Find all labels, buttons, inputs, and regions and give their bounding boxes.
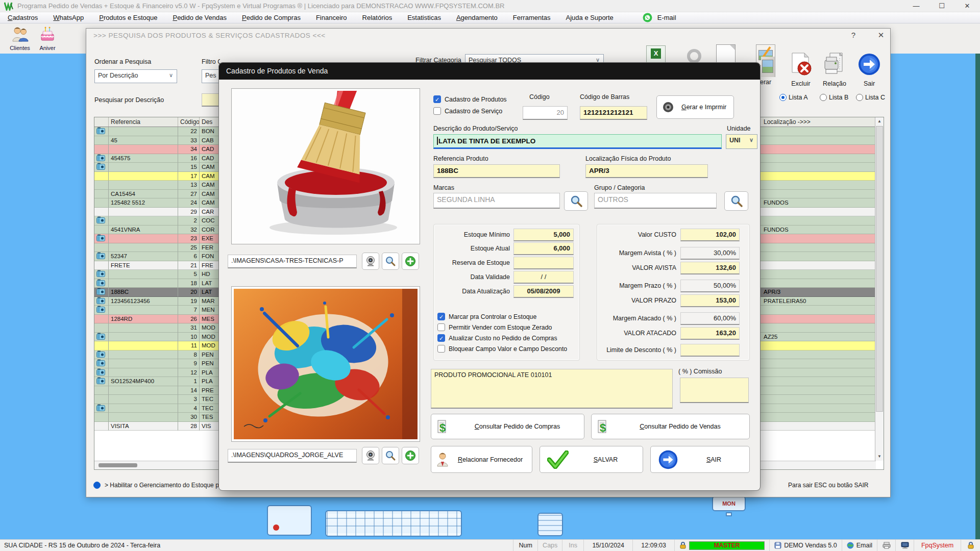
vertical-scrollbar[interactable]: ▲ ▼ xyxy=(875,117,884,461)
radio-icon xyxy=(93,482,101,489)
field-data-atualizacao[interactable]: 05/08/2009 xyxy=(513,285,574,298)
checkbox-marcar-pra-controlar-o-estoque[interactable]: ✓Marcar pra Controlar o Estoque xyxy=(437,313,536,320)
whatsapp-icon[interactable] xyxy=(643,13,652,22)
col-referencia[interactable]: Referencia xyxy=(109,117,178,127)
scrollbar-thumb[interactable] xyxy=(99,463,137,467)
localizacao-cell xyxy=(758,216,876,226)
ordenar-select[interactable]: Por Descrição∨ xyxy=(94,69,177,83)
codigo-barras-field[interactable]: 1212121212121 xyxy=(580,106,647,120)
referencia-field[interactable]: 188BC xyxy=(433,164,560,178)
field-reserva-de-estoque[interactable] xyxy=(513,257,574,269)
excluir-button[interactable]: Excluir xyxy=(787,52,815,87)
checkbox-atualizar-custo-no-pedido-de-compras[interactable]: ✓Atualizar Custo no Pedido de Compras xyxy=(437,334,557,342)
relacao-button[interactable]: Relação xyxy=(820,52,849,87)
field-valor-custo[interactable]: 102,00 xyxy=(680,229,740,241)
webcam-button[interactable] xyxy=(362,253,379,270)
field-margem-avista[interactable]: 30,00% xyxy=(680,247,740,260)
unidade-label: Unidade xyxy=(727,125,751,132)
scroll-up-icon[interactable]: ▲ xyxy=(875,117,884,126)
checkbox-bloquear-campo-valor-e-campo-desconto[interactable]: Bloquear Campo Valor e Campo Desconto xyxy=(437,345,567,353)
lista-b-radio[interactable]: Lista B xyxy=(820,94,848,101)
gerar-imprimir-button[interactable]: Gerar e Imprmir xyxy=(656,95,734,119)
field-valor-atacado[interactable]: 163,20 xyxy=(680,327,740,340)
scroll-down-icon[interactable]: ▼ xyxy=(875,453,884,461)
help-icon[interactable]: ? xyxy=(848,31,859,39)
field-data-validade[interactable]: / / xyxy=(513,271,574,284)
menu-item-pedido-de-vendas[interactable]: Pedido de Vendas xyxy=(165,14,234,21)
menu-item-ajuda-e-suporte[interactable]: Ajuda e Suporte xyxy=(558,14,621,21)
camera-cell xyxy=(94,297,109,306)
zoom-image-button[interactable] xyxy=(382,253,399,270)
status-network[interactable] xyxy=(895,540,914,551)
paint-splash-image xyxy=(234,289,418,439)
lista-a-radio[interactable]: Lista A xyxy=(779,94,808,101)
promo-textarea[interactable]: PRODUTO PROMOCIONAL ATE 010101 xyxy=(431,369,673,409)
field-valor-prazo[interactable]: 153,00 xyxy=(680,294,740,307)
menu-item-agendamento[interactable]: Agendamento xyxy=(449,14,505,21)
aniver-button[interactable]: Aniver xyxy=(34,26,61,53)
lista-c-radio[interactable]: Lista C xyxy=(856,94,885,101)
menu-item-estatisticas[interactable]: Estatisticas xyxy=(400,14,449,21)
image1-path-input[interactable]: .\IMAGENS\CASA-TRES-TECNICAS-P xyxy=(228,255,357,268)
barcode-print-icon xyxy=(662,101,674,113)
menu-item-relatorios[interactable]: Relatórios xyxy=(355,14,400,21)
menu-item-produtos-e-estoque[interactable]: Produtos e Estoque xyxy=(91,14,165,21)
marcas-field[interactable]: SEGUNDA LINHA xyxy=(433,193,560,209)
marcas-search-button[interactable] xyxy=(564,191,588,211)
sair-dialog-button[interactable]: SAIR xyxy=(650,446,750,473)
localizacao-field[interactable]: APR/3 xyxy=(585,164,708,178)
add-image-button[interactable] xyxy=(402,447,419,464)
relacionar-fornecedor-button[interactable]: Relacionar Fornecedor xyxy=(431,446,532,473)
status-printer[interactable] xyxy=(877,540,895,551)
grupo-search-button[interactable] xyxy=(724,191,748,211)
comissao-label: ( % ) Comissão xyxy=(678,368,722,375)
webcam-button[interactable] xyxy=(362,447,379,464)
grupo-field[interactable]: OUTROS xyxy=(594,193,717,209)
field-estoque-atual[interactable]: 6,000 xyxy=(513,242,574,255)
field-margem-atacado[interactable]: 60,00% xyxy=(680,312,740,325)
scrollbar-thumb[interactable] xyxy=(876,126,883,412)
status-email[interactable]: Email xyxy=(842,540,877,551)
salvar-button[interactable]: SALVAR xyxy=(540,446,643,473)
field-limite-de-desconto[interactable] xyxy=(680,344,740,357)
field-estoque-minimo[interactable]: 5,000 xyxy=(513,229,574,241)
comissao-field[interactable] xyxy=(680,378,749,403)
menu-item-pedido-de-compras[interactable]: Pedido de Compras xyxy=(234,14,308,21)
descricao-field[interactable]: LATA DE TINTA DE EXEMPLO xyxy=(433,134,722,149)
menu-item-ferramentas[interactable]: Ferramentas xyxy=(505,14,558,21)
field-valor-avista[interactable]: 132,60 xyxy=(680,262,740,274)
menu-item-whatsapp[interactable]: WhatsApp xyxy=(45,14,91,21)
image2-path-input[interactable]: .\IMAGENS\QUADROS_JORGE_ALVE xyxy=(228,449,357,463)
sair-label: Sair xyxy=(855,80,884,87)
sair-button[interactable]: Sair xyxy=(855,52,884,87)
field-margem-prazo[interactable]: 50,00% xyxy=(680,280,740,292)
cadastro-servico-label: Cadastro de Serviço xyxy=(445,108,502,115)
camera-cell xyxy=(94,368,109,378)
codigo-cell: 13 xyxy=(178,181,200,190)
col-codigo[interactable]: Código xyxy=(178,117,200,127)
referencia-cell xyxy=(109,386,178,395)
exit-hint: Para sair ESC ou botão SAIR xyxy=(788,482,868,489)
unidade-select[interactable]: UNI∨ xyxy=(726,134,757,149)
cadastro-servico-checkbox[interactable]: Cadastro de Serviço xyxy=(433,107,502,115)
filtro-select[interactable]: Pes xyxy=(202,69,220,83)
close-button[interactable]: ✕ xyxy=(954,0,980,12)
minimize-button[interactable]: — xyxy=(903,0,929,12)
filtro-label: Filtro Ca xyxy=(202,58,220,65)
menu-item-cadastros[interactable]: Cadastros xyxy=(0,14,45,21)
referencia-cell xyxy=(109,350,178,360)
window-close-icon[interactable]: ✕ xyxy=(875,31,887,40)
clientes-button[interactable]: Clientes xyxy=(6,26,34,53)
cadastro-produtos-checkbox[interactable]: ✓Cadastro de Produtos xyxy=(433,95,507,103)
add-image-button[interactable] xyxy=(402,253,419,270)
col-localizacao[interactable]: Localização ->>> xyxy=(758,117,876,127)
checkbox-permitir-vender-com-estoque-zerado[interactable]: Permitir Vender com Estoque Zerado xyxy=(437,323,552,331)
menu-item-email[interactable]: E-mail xyxy=(652,14,684,21)
alterar-icon-fragment[interactable] xyxy=(761,57,775,77)
zoom-image-button[interactable] xyxy=(382,447,399,464)
consultar-vendas-button[interactable]: $ Consultar Pedido de Vendas xyxy=(591,414,750,439)
search-circle-icon[interactable] xyxy=(687,49,701,63)
consultar-compras-button[interactable]: $ Consultar Pedido de Compras xyxy=(431,414,584,439)
maximize-button[interactable]: ☐ xyxy=(929,0,954,12)
menu-item-financeiro[interactable]: Financeiro xyxy=(308,14,355,21)
